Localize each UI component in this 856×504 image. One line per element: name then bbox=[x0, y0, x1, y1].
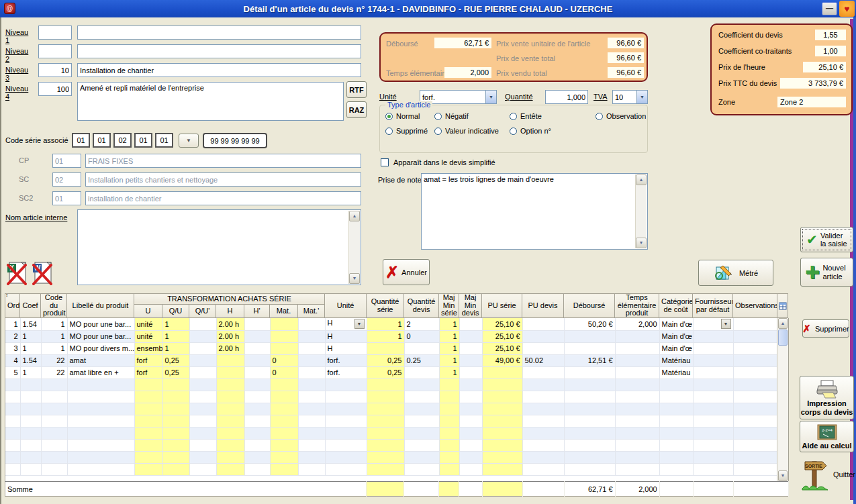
type-article-radio[interactable]: Entête bbox=[510, 112, 596, 120]
scroll-down-icon[interactable]: ▼ bbox=[636, 238, 647, 248]
cell-h[interactable]: 2.00 h bbox=[216, 342, 244, 354]
cell-h[interactable] bbox=[216, 391, 244, 403]
cell-h[interactable] bbox=[216, 427, 244, 439]
subcolumn-mat2[interactable]: Mat.' bbox=[298, 305, 325, 318]
metre-button[interactable]: Métré bbox=[698, 260, 773, 286]
textarea-scrollbar[interactable]: ▲ ▼ bbox=[635, 174, 647, 248]
code-serie-box[interactable]: 01 bbox=[93, 133, 111, 148]
cell-mat[interactable] bbox=[270, 318, 298, 330]
cell-h[interactable] bbox=[216, 354, 244, 366]
cell-mat[interactable] bbox=[270, 463, 298, 475]
niveau-label[interactable]: Niveau 3 bbox=[5, 66, 28, 82]
cell-mat[interactable] bbox=[270, 342, 298, 354]
column-header-code[interactable]: Code du produit bbox=[41, 294, 67, 318]
cell-u[interactable]: unité bbox=[134, 330, 162, 342]
cell-u[interactable]: forf bbox=[134, 354, 162, 366]
niveau-name-input[interactable] bbox=[77, 63, 361, 77]
cell-u[interactable]: forf bbox=[134, 366, 162, 379]
cell-mms[interactable] bbox=[439, 379, 459, 391]
cell-qu[interactable]: 1 bbox=[162, 342, 189, 354]
subcolumn-qu2[interactable]: Q/U' bbox=[189, 305, 216, 318]
excel-export-disabled-button[interactable]: X bbox=[5, 261, 29, 285]
subcolumn-mat[interactable]: Mat. bbox=[270, 305, 298, 318]
cell-u[interactable] bbox=[134, 403, 162, 415]
cell-h[interactable] bbox=[216, 403, 244, 415]
scroll-up-icon[interactable]: ▲ bbox=[636, 174, 647, 185]
cell-mms[interactable]: 1 bbox=[439, 354, 459, 366]
cell-u[interactable]: unité bbox=[134, 318, 162, 330]
cell-qs[interactable]: 1 bbox=[367, 330, 404, 342]
cell-u[interactable] bbox=[134, 427, 162, 439]
type-article-radio[interactable]: Supprimé bbox=[385, 127, 434, 135]
cell-qu[interactable]: 0,25 bbox=[162, 366, 189, 379]
supprimer-button[interactable]: ✗ Supprimer bbox=[802, 319, 849, 338]
code-serie-dropdown-button[interactable]: ▼ bbox=[179, 134, 199, 148]
column-header-maj-min-devis[interactable]: Maj Min devis bbox=[459, 294, 482, 318]
cell-qs[interactable] bbox=[367, 427, 404, 439]
cell-qu[interactable] bbox=[162, 379, 189, 391]
niveau-code-input[interactable] bbox=[38, 82, 72, 96]
classification-code-field[interactable] bbox=[52, 191, 81, 205]
cell-h[interactable] bbox=[216, 379, 244, 391]
cell-qu[interactable] bbox=[162, 463, 189, 475]
impression-corps-devis-button[interactable]: Impression corps du devis bbox=[800, 376, 854, 419]
cell-pus[interactable] bbox=[482, 403, 522, 415]
cell-pus[interactable] bbox=[482, 427, 522, 439]
cell-pus[interactable]: 49,00 € bbox=[482, 354, 522, 366]
cell-qu[interactable] bbox=[162, 415, 189, 427]
nom-article-textarea[interactable]: ▲ ▼ bbox=[77, 209, 361, 285]
radio-icon[interactable] bbox=[596, 113, 603, 120]
cell-pus[interactable]: 25,10 € bbox=[482, 318, 522, 330]
nom-article-label[interactable]: Nom article interne bbox=[5, 213, 67, 221]
cell-qu[interactable]: 1 bbox=[162, 330, 189, 342]
cell-qs[interactable] bbox=[367, 391, 404, 403]
minimize-button[interactable]: — bbox=[822, 2, 837, 15]
column-header-temps[interactable]: Temps élémentaire produit bbox=[615, 294, 659, 318]
classification-name-field[interactable] bbox=[85, 191, 361, 205]
cell-mms[interactable] bbox=[439, 391, 459, 403]
radio-icon[interactable] bbox=[434, 113, 442, 120]
column-header-quantite-devis[interactable]: Quantité devis bbox=[404, 294, 439, 318]
subcolumn-h[interactable]: H bbox=[216, 305, 244, 318]
cell-mat[interactable] bbox=[270, 379, 298, 391]
scroll-up-icon[interactable]: ▲ bbox=[778, 318, 788, 329]
cell-mms[interactable]: 1 bbox=[439, 366, 459, 379]
word-export-disabled-button[interactable]: W bbox=[31, 261, 54, 285]
cell-h[interactable] bbox=[216, 463, 244, 475]
scrollbar-thumb[interactable] bbox=[778, 330, 788, 346]
type-article-radio[interactable]: Valeur indicative bbox=[434, 127, 510, 135]
cell-mms[interactable] bbox=[439, 403, 459, 415]
cell-h[interactable]: 2.00 h bbox=[216, 330, 244, 342]
cell-qs[interactable]: 0,25 bbox=[367, 366, 404, 379]
cell-u[interactable] bbox=[134, 415, 162, 427]
cell-qs[interactable] bbox=[367, 439, 404, 451]
cell-pus[interactable] bbox=[482, 379, 522, 391]
cell-pus[interactable] bbox=[482, 415, 522, 427]
cell-u[interactable] bbox=[134, 439, 162, 451]
code-serie-box[interactable]: 01 bbox=[155, 133, 173, 148]
subcolumn-u[interactable]: U bbox=[134, 305, 162, 318]
chevron-down-icon[interactable]: ▼ bbox=[485, 91, 496, 103]
code-serie-box[interactable]: 02 bbox=[113, 133, 132, 148]
cell-mat[interactable] bbox=[270, 330, 298, 342]
cell-mat[interactable] bbox=[270, 427, 298, 439]
cell-qu[interactable]: 1 bbox=[162, 318, 189, 330]
classification-name-field[interactable] bbox=[85, 172, 361, 187]
cell-mms[interactable]: 1 bbox=[439, 342, 459, 354]
type-article-radio[interactable]: Observation bbox=[596, 112, 646, 120]
type-article-radio[interactable]: Normal bbox=[385, 112, 434, 120]
quitter-button[interactable]: SORTIE Quitter bbox=[801, 457, 855, 492]
cell-pus[interactable]: 25,10 € bbox=[482, 342, 522, 354]
cell-pus[interactable] bbox=[482, 439, 522, 451]
cell-mms[interactable] bbox=[439, 439, 459, 451]
cell-u[interactable]: ensemb bbox=[134, 342, 162, 354]
cell-qs[interactable] bbox=[367, 463, 404, 475]
niveau-code-input[interactable] bbox=[38, 44, 72, 58]
classification-code-field[interactable] bbox=[52, 172, 81, 187]
column-header-categorie[interactable]: Catégorie de coût bbox=[659, 294, 693, 318]
cell-qu[interactable]: 0,25 bbox=[162, 354, 189, 366]
radio-icon[interactable] bbox=[385, 128, 393, 135]
cell-qs[interactable] bbox=[367, 342, 404, 354]
column-header-fournisseur[interactable]: Fournisseur par défaut bbox=[693, 294, 733, 318]
type-article-radio[interactable]: Négatif bbox=[434, 112, 510, 120]
